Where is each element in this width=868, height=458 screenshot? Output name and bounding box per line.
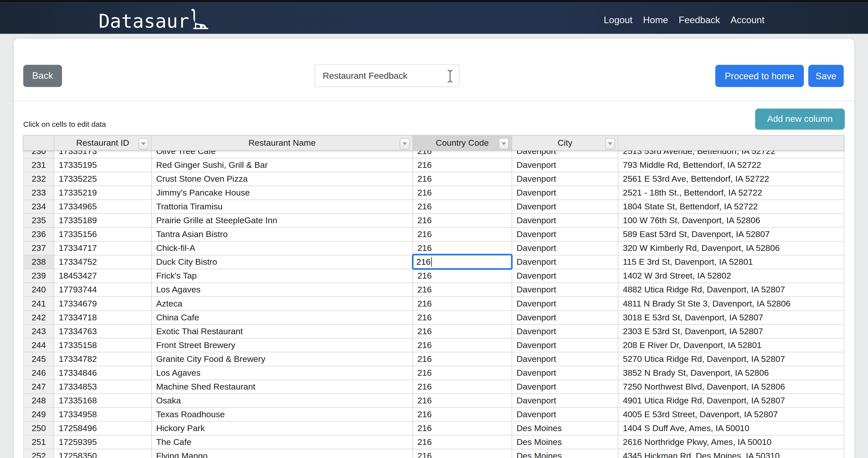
cell-name[interactable]: Azteca — [152, 297, 413, 311]
cell-country[interactable]: 216 — [413, 172, 512, 186]
cell-name[interactable]: Jimmy's Pancake House — [152, 186, 413, 200]
cell-address[interactable]: 4882 Utica Ridge Rd, Davenport, IA 52807 — [618, 283, 844, 297]
cell-address[interactable]: 2513 53rd Avenue, Bettendorf, IA 52722 — [618, 151, 844, 159]
cell-country[interactable]: 216 — [413, 408, 512, 422]
cell-city[interactable]: Davenport — [512, 339, 619, 352]
cell-city[interactable]: Des Moines — [512, 450, 619, 458]
editing-cell-input[interactable]: 216 — [412, 254, 513, 270]
cell-id[interactable]: 17335168 — [54, 394, 152, 408]
cell-address[interactable]: 4345 Hickman Rd, Des Moines, IA 50310 — [618, 450, 844, 458]
cell-name[interactable]: Flying Mango — [152, 450, 413, 458]
cell-city[interactable]: Des Moines — [512, 422, 619, 435]
cell-country[interactable]: 216 — [413, 450, 512, 458]
cell-name[interactable]: Texas Roadhouse — [152, 408, 413, 422]
cell-id[interactable]: 17258496 — [54, 422, 152, 435]
cell-id[interactable]: 17334965 — [54, 200, 152, 214]
cell-name[interactable]: Prairie Grille at SteepleGate Inn — [152, 214, 413, 228]
cell-city[interactable]: Davenport — [512, 352, 619, 366]
nav-link-feedback[interactable]: Feedback — [679, 15, 720, 26]
cell-name[interactable]: Los Agaves — [152, 366, 413, 380]
cell-country[interactable]: 216 — [413, 159, 512, 172]
cell-address[interactable]: 1804 State St, Bettendorf, IA 52722 — [618, 200, 844, 214]
cell-country[interactable]: 216 — [413, 380, 512, 394]
cell-country[interactable]: 216 — [413, 241, 512, 255]
cell-city[interactable]: Davenport — [512, 255, 619, 269]
cell-id[interactable]: 17335225 — [54, 172, 152, 186]
cell-country[interactable]: 216 — [413, 297, 512, 311]
cell-address[interactable]: 1402 W 3rd Street, IA 52802 — [618, 269, 844, 283]
filter-dropdown-icon[interactable] — [499, 138, 509, 149]
cell-city[interactable]: Davenport — [512, 325, 619, 339]
cell-id[interactable]: 17335156 — [54, 228, 152, 241]
cell-id[interactable]: 17334782 — [54, 352, 152, 366]
cell-country[interactable]: 216 — [413, 283, 512, 297]
cell-address[interactable]: 3852 N Brady St, Davenport, IA 52806 — [618, 366, 844, 380]
cell-name[interactable]: Los Agaves — [152, 283, 413, 297]
cell-country[interactable]: 216 — [413, 269, 512, 283]
cell-city[interactable]: Davenport — [512, 214, 619, 228]
cell-country[interactable]: 216 — [413, 436, 512, 450]
cell-city[interactable]: Davenport — [512, 380, 619, 394]
cell-id[interactable]: 17334679 — [54, 297, 152, 311]
cell-name[interactable]: Trattoria Tiramisu — [152, 200, 413, 214]
back-button[interactable]: Back — [23, 65, 62, 87]
cell-name[interactable]: Chick-fil-A — [152, 241, 413, 255]
cell-city[interactable]: Davenport — [512, 172, 619, 186]
cell-city[interactable]: Davenport — [512, 311, 619, 325]
nav-link-account[interactable]: Account — [731, 15, 765, 26]
cell-city[interactable]: Davenport — [512, 228, 619, 241]
cell-id[interactable]: 17335189 — [54, 214, 152, 228]
cell-address[interactable]: 2303 E 53rd St, Davenport, IA 52807 — [618, 325, 844, 339]
cell-name[interactable]: Front Street Brewery — [152, 339, 413, 352]
cell-address[interactable]: 1404 S Duff Ave, Ames, IA 50010 — [618, 422, 844, 435]
cell-id[interactable]: 17335158 — [54, 339, 152, 352]
cell-name[interactable]: Olive Tree Cafe — [152, 151, 413, 159]
cell-city[interactable]: Davenport — [512, 394, 619, 408]
cell-address[interactable]: 100 W 76th St, Davenport, IA 52806 — [618, 214, 844, 228]
cell-name[interactable]: China Cafe — [152, 311, 413, 325]
add-new-column-button[interactable]: Add new column — [755, 109, 845, 130]
cell-name[interactable]: Granite City Food & Brewery — [152, 352, 413, 366]
nav-link-logout[interactable]: Logout — [604, 15, 632, 26]
cell-id[interactable]: 17334752 — [54, 255, 152, 269]
cell-id[interactable]: 17334763 — [54, 325, 152, 339]
nav-link-home[interactable]: Home — [643, 15, 668, 26]
cell-id[interactable]: 17335173 — [54, 151, 152, 159]
cell-country[interactable]: 216 — [413, 366, 512, 380]
column-header-restaurant-name[interactable]: Restaurant Name — [152, 135, 413, 151]
filter-dropdown-icon[interactable] — [400, 138, 410, 149]
cell-address[interactable]: 3018 E 53rd St, Davenport, IA 52807 — [618, 311, 844, 325]
cell-id[interactable]: 18453427 — [54, 269, 152, 283]
cell-address[interactable]: 2561 E 53rd Ave, Bettendorf, IA 52722 — [618, 172, 844, 186]
cell-name[interactable]: Osaka — [152, 394, 413, 408]
cell-name[interactable]: Machine Shed Restaurant — [152, 380, 413, 394]
cell-city[interactable]: Davenport — [512, 366, 619, 380]
cell-address[interactable]: 2521 - 18th St., Bettendorf, IA 52722 — [618, 186, 844, 200]
cell-country[interactable]: 216 — [413, 339, 512, 352]
cell-city[interactable]: Davenport — [512, 151, 619, 159]
cell-id[interactable]: 17334853 — [54, 380, 152, 394]
cell-id[interactable]: 17334717 — [54, 241, 152, 255]
cell-city[interactable]: Davenport — [512, 241, 619, 255]
cell-id[interactable]: 17335195 — [54, 159, 152, 172]
cell-country[interactable]: 216 — [413, 394, 512, 408]
cell-address[interactable]: 115 E 3rd St, Davenport, IA 52801 — [618, 255, 844, 269]
cell-id[interactable]: 17335219 — [54, 186, 152, 200]
cell-address[interactable]: 4005 E 53rd Street, Davenport, IA 52807 — [618, 408, 844, 422]
cell-country[interactable]: 216 — [413, 186, 512, 200]
cell-id[interactable]: 17334958 — [54, 408, 152, 422]
cell-address[interactable]: 793 Middle Rd, Bettendorf, IA 52722 — [618, 159, 844, 172]
proceed-to-home-button[interactable]: Proceed to home — [715, 65, 804, 87]
cell-city[interactable]: Davenport — [512, 269, 619, 283]
cell-address[interactable]: 589 East 53rd St, Davenport, IA 52807 — [618, 228, 844, 241]
cell-country[interactable]: 216 — [413, 311, 512, 325]
cell-address[interactable]: 7250 Northwest Blvd, Davenport, IA 52806 — [618, 380, 844, 394]
cell-name[interactable]: Exotic Thai Restaurant — [152, 325, 413, 339]
cell-name[interactable]: The Cafe — [152, 436, 413, 450]
column-header-restaurant-id[interactable]: Restaurant ID — [54, 135, 152, 151]
cell-country[interactable]: 216 — [413, 200, 512, 214]
save-button[interactable]: Save — [808, 65, 844, 87]
project-name-input[interactable] — [315, 64, 460, 87]
cell-name[interactable]: Duck City Bistro — [152, 255, 413, 269]
cell-id[interactable]: 17334846 — [54, 366, 152, 380]
